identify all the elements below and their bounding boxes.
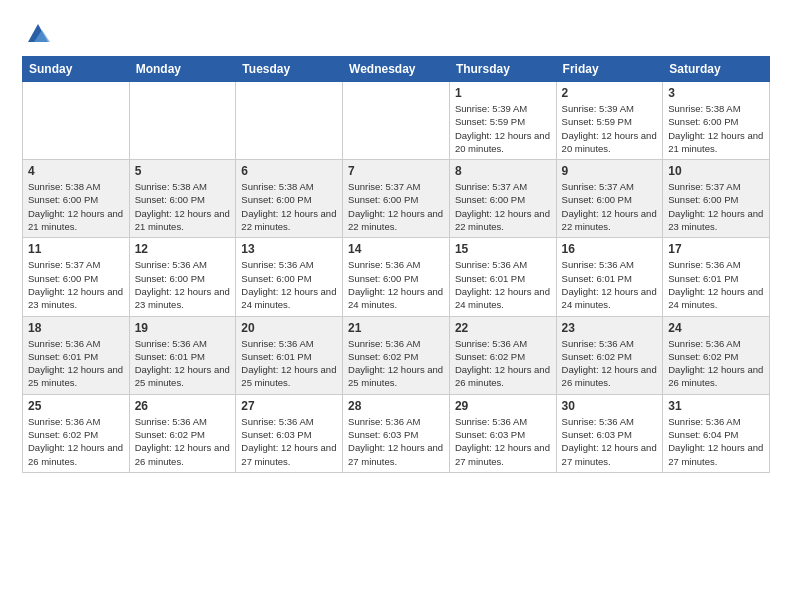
day-content: Sunrise: 5:36 AM Sunset: 6:03 PM Dayligh… [241, 415, 337, 468]
day-number: 24 [668, 321, 764, 335]
calendar-cell [343, 82, 450, 160]
day-content: Sunrise: 5:36 AM Sunset: 6:02 PM Dayligh… [562, 337, 658, 390]
calendar-cell: 20Sunrise: 5:36 AM Sunset: 6:01 PM Dayli… [236, 316, 343, 394]
day-number: 19 [135, 321, 231, 335]
day-number: 30 [562, 399, 658, 413]
calendar-cell: 24Sunrise: 5:36 AM Sunset: 6:02 PM Dayli… [663, 316, 770, 394]
day-number: 15 [455, 242, 551, 256]
day-number: 28 [348, 399, 444, 413]
calendar-cell: 27Sunrise: 5:36 AM Sunset: 6:03 PM Dayli… [236, 394, 343, 472]
calendar-cell: 6Sunrise: 5:38 AM Sunset: 6:00 PM Daylig… [236, 160, 343, 238]
day-content: Sunrise: 5:36 AM Sunset: 6:01 PM Dayligh… [668, 258, 764, 311]
calendar-week-4: 18Sunrise: 5:36 AM Sunset: 6:01 PM Dayli… [23, 316, 770, 394]
calendar-cell: 13Sunrise: 5:36 AM Sunset: 6:00 PM Dayli… [236, 238, 343, 316]
day-content: Sunrise: 5:36 AM Sunset: 6:00 PM Dayligh… [241, 258, 337, 311]
calendar-week-1: 1Sunrise: 5:39 AM Sunset: 5:59 PM Daylig… [23, 82, 770, 160]
calendar-week-2: 4Sunrise: 5:38 AM Sunset: 6:00 PM Daylig… [23, 160, 770, 238]
calendar-cell: 21Sunrise: 5:36 AM Sunset: 6:02 PM Dayli… [343, 316, 450, 394]
calendar-cell: 11Sunrise: 5:37 AM Sunset: 6:00 PM Dayli… [23, 238, 130, 316]
day-number: 6 [241, 164, 337, 178]
calendar-cell: 29Sunrise: 5:36 AM Sunset: 6:03 PM Dayli… [449, 394, 556, 472]
calendar-header-wednesday: Wednesday [343, 57, 450, 82]
day-number: 11 [28, 242, 124, 256]
day-content: Sunrise: 5:36 AM Sunset: 6:00 PM Dayligh… [135, 258, 231, 311]
day-content: Sunrise: 5:39 AM Sunset: 5:59 PM Dayligh… [455, 102, 551, 155]
calendar-header-tuesday: Tuesday [236, 57, 343, 82]
day-content: Sunrise: 5:38 AM Sunset: 6:00 PM Dayligh… [668, 102, 764, 155]
day-number: 16 [562, 242, 658, 256]
day-content: Sunrise: 5:36 AM Sunset: 6:02 PM Dayligh… [348, 337, 444, 390]
header [22, 18, 770, 46]
calendar-cell: 26Sunrise: 5:36 AM Sunset: 6:02 PM Dayli… [129, 394, 236, 472]
day-number: 8 [455, 164, 551, 178]
day-number: 25 [28, 399, 124, 413]
calendar-cell: 5Sunrise: 5:38 AM Sunset: 6:00 PM Daylig… [129, 160, 236, 238]
calendar-cell: 1Sunrise: 5:39 AM Sunset: 5:59 PM Daylig… [449, 82, 556, 160]
calendar-header-friday: Friday [556, 57, 663, 82]
calendar-cell: 31Sunrise: 5:36 AM Sunset: 6:04 PM Dayli… [663, 394, 770, 472]
day-content: Sunrise: 5:37 AM Sunset: 6:00 PM Dayligh… [668, 180, 764, 233]
calendar-cell: 28Sunrise: 5:36 AM Sunset: 6:03 PM Dayli… [343, 394, 450, 472]
calendar-cell: 15Sunrise: 5:36 AM Sunset: 6:01 PM Dayli… [449, 238, 556, 316]
day-content: Sunrise: 5:36 AM Sunset: 6:01 PM Dayligh… [562, 258, 658, 311]
day-number: 12 [135, 242, 231, 256]
day-number: 22 [455, 321, 551, 335]
day-content: Sunrise: 5:36 AM Sunset: 6:03 PM Dayligh… [455, 415, 551, 468]
day-number: 23 [562, 321, 658, 335]
day-content: Sunrise: 5:36 AM Sunset: 6:01 PM Dayligh… [241, 337, 337, 390]
calendar-week-3: 11Sunrise: 5:37 AM Sunset: 6:00 PM Dayli… [23, 238, 770, 316]
day-number: 27 [241, 399, 337, 413]
calendar-cell: 8Sunrise: 5:37 AM Sunset: 6:00 PM Daylig… [449, 160, 556, 238]
day-number: 29 [455, 399, 551, 413]
day-content: Sunrise: 5:36 AM Sunset: 6:02 PM Dayligh… [455, 337, 551, 390]
calendar-cell: 19Sunrise: 5:36 AM Sunset: 6:01 PM Dayli… [129, 316, 236, 394]
calendar-cell: 22Sunrise: 5:36 AM Sunset: 6:02 PM Dayli… [449, 316, 556, 394]
day-content: Sunrise: 5:36 AM Sunset: 6:03 PM Dayligh… [348, 415, 444, 468]
day-number: 13 [241, 242, 337, 256]
calendar-header-monday: Monday [129, 57, 236, 82]
logo [22, 18, 52, 46]
calendar-table: SundayMondayTuesdayWednesdayThursdayFrid… [22, 56, 770, 473]
calendar-cell: 14Sunrise: 5:36 AM Sunset: 6:00 PM Dayli… [343, 238, 450, 316]
calendar-cell: 30Sunrise: 5:36 AM Sunset: 6:03 PM Dayli… [556, 394, 663, 472]
calendar-header-row: SundayMondayTuesdayWednesdayThursdayFrid… [23, 57, 770, 82]
day-number: 4 [28, 164, 124, 178]
day-content: Sunrise: 5:37 AM Sunset: 6:00 PM Dayligh… [455, 180, 551, 233]
day-content: Sunrise: 5:37 AM Sunset: 6:00 PM Dayligh… [348, 180, 444, 233]
day-content: Sunrise: 5:36 AM Sunset: 6:04 PM Dayligh… [668, 415, 764, 468]
calendar-cell: 4Sunrise: 5:38 AM Sunset: 6:00 PM Daylig… [23, 160, 130, 238]
page: SundayMondayTuesdayWednesdayThursdayFrid… [0, 0, 792, 491]
day-content: Sunrise: 5:39 AM Sunset: 5:59 PM Dayligh… [562, 102, 658, 155]
day-number: 21 [348, 321, 444, 335]
calendar-cell: 10Sunrise: 5:37 AM Sunset: 6:00 PM Dayli… [663, 160, 770, 238]
day-content: Sunrise: 5:36 AM Sunset: 6:02 PM Dayligh… [668, 337, 764, 390]
calendar-cell [236, 82, 343, 160]
day-number: 3 [668, 86, 764, 100]
day-content: Sunrise: 5:38 AM Sunset: 6:00 PM Dayligh… [241, 180, 337, 233]
day-number: 5 [135, 164, 231, 178]
day-content: Sunrise: 5:36 AM Sunset: 6:02 PM Dayligh… [28, 415, 124, 468]
day-number: 17 [668, 242, 764, 256]
calendar-header-thursday: Thursday [449, 57, 556, 82]
logo-icon [24, 18, 52, 46]
day-number: 18 [28, 321, 124, 335]
day-content: Sunrise: 5:37 AM Sunset: 6:00 PM Dayligh… [28, 258, 124, 311]
day-content: Sunrise: 5:36 AM Sunset: 6:00 PM Dayligh… [348, 258, 444, 311]
calendar-cell: 9Sunrise: 5:37 AM Sunset: 6:00 PM Daylig… [556, 160, 663, 238]
calendar-header-sunday: Sunday [23, 57, 130, 82]
calendar-cell: 18Sunrise: 5:36 AM Sunset: 6:01 PM Dayli… [23, 316, 130, 394]
day-number: 7 [348, 164, 444, 178]
day-content: Sunrise: 5:36 AM Sunset: 6:02 PM Dayligh… [135, 415, 231, 468]
day-content: Sunrise: 5:38 AM Sunset: 6:00 PM Dayligh… [28, 180, 124, 233]
calendar-week-5: 25Sunrise: 5:36 AM Sunset: 6:02 PM Dayli… [23, 394, 770, 472]
calendar-cell: 3Sunrise: 5:38 AM Sunset: 6:00 PM Daylig… [663, 82, 770, 160]
calendar-header-saturday: Saturday [663, 57, 770, 82]
day-content: Sunrise: 5:37 AM Sunset: 6:00 PM Dayligh… [562, 180, 658, 233]
calendar-cell: 17Sunrise: 5:36 AM Sunset: 6:01 PM Dayli… [663, 238, 770, 316]
calendar-cell: 23Sunrise: 5:36 AM Sunset: 6:02 PM Dayli… [556, 316, 663, 394]
day-content: Sunrise: 5:36 AM Sunset: 6:01 PM Dayligh… [28, 337, 124, 390]
day-number: 10 [668, 164, 764, 178]
day-number: 1 [455, 86, 551, 100]
day-content: Sunrise: 5:36 AM Sunset: 6:03 PM Dayligh… [562, 415, 658, 468]
day-number: 26 [135, 399, 231, 413]
